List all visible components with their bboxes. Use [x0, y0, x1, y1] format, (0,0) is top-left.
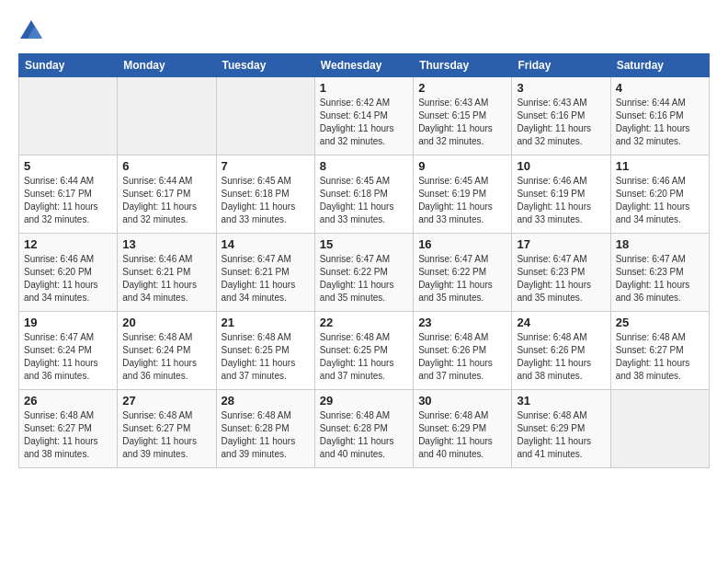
calendar-cell: 13Sunrise: 6:46 AM Sunset: 6:21 PM Dayli…: [118, 234, 216, 312]
day-number: 7: [222, 159, 310, 173]
calendar-cell: [216, 77, 314, 155]
day-info: Sunrise: 6:45 AM Sunset: 6:18 PM Dayligh…: [320, 175, 408, 226]
calendar-week-row: 19Sunrise: 6:47 AM Sunset: 6:24 PM Dayli…: [19, 312, 710, 390]
day-number: 19: [24, 316, 112, 329]
calendar-cell: 29Sunrise: 6:48 AM Sunset: 6:28 PM Dayli…: [314, 390, 413, 468]
day-number: 5: [24, 159, 112, 173]
weekday-header-friday: Friday: [512, 54, 610, 77]
calendar-table: SundayMondayTuesdayWednesdayThursdayFrid…: [18, 53, 710, 468]
calendar-cell: 11Sunrise: 6:46 AM Sunset: 6:20 PM Dayli…: [610, 155, 709, 234]
day-number: 26: [24, 394, 112, 408]
logo: [18, 18, 48, 44]
calendar-cell: 9Sunrise: 6:45 AM Sunset: 6:19 PM Daylig…: [414, 155, 512, 234]
calendar-week-row: 26Sunrise: 6:48 AM Sunset: 6:27 PM Dayli…: [19, 390, 710, 468]
calendar-cell: 22Sunrise: 6:48 AM Sunset: 6:25 PM Dayli…: [314, 312, 413, 390]
calendar-cell: 2Sunrise: 6:43 AM Sunset: 6:15 PM Daylig…: [414, 77, 512, 155]
calendar-cell: 27Sunrise: 6:48 AM Sunset: 6:27 PM Dayli…: [118, 390, 216, 468]
day-info: Sunrise: 6:47 AM Sunset: 6:23 PM Dayligh…: [517, 253, 605, 304]
day-number: 12: [24, 237, 112, 251]
calendar-cell: 6Sunrise: 6:44 AM Sunset: 6:17 PM Daylig…: [118, 155, 216, 234]
calendar-cell: [610, 390, 709, 468]
day-info: Sunrise: 6:43 AM Sunset: 6:16 PM Dayligh…: [517, 97, 605, 148]
day-number: 3: [517, 81, 605, 95]
day-number: 21: [222, 316, 310, 329]
day-number: 30: [418, 394, 506, 408]
day-info: Sunrise: 6:47 AM Sunset: 6:21 PM Dayligh…: [222, 253, 310, 304]
day-number: 13: [122, 237, 210, 251]
calendar-cell: 30Sunrise: 6:48 AM Sunset: 6:29 PM Dayli…: [414, 390, 512, 468]
weekday-header-tuesday: Tuesday: [216, 54, 314, 77]
day-info: Sunrise: 6:48 AM Sunset: 6:27 PM Dayligh…: [122, 409, 210, 461]
day-number: 25: [616, 316, 704, 329]
day-info: Sunrise: 6:45 AM Sunset: 6:18 PM Dayligh…: [222, 175, 310, 226]
weekday-header-thursday: Thursday: [414, 54, 512, 77]
calendar-cell: 7Sunrise: 6:45 AM Sunset: 6:18 PM Daylig…: [216, 155, 314, 234]
weekday-header-saturday: Saturday: [610, 54, 709, 77]
day-info: Sunrise: 6:47 AM Sunset: 6:22 PM Dayligh…: [320, 253, 408, 304]
calendar-cell: 3Sunrise: 6:43 AM Sunset: 6:16 PM Daylig…: [512, 77, 610, 155]
day-number: 8: [320, 159, 408, 173]
day-info: Sunrise: 6:48 AM Sunset: 6:25 PM Dayligh…: [222, 331, 310, 383]
calendar-week-row: 12Sunrise: 6:46 AM Sunset: 6:20 PM Dayli…: [19, 234, 710, 312]
calendar-cell: 24Sunrise: 6:48 AM Sunset: 6:26 PM Dayli…: [512, 312, 610, 390]
day-info: Sunrise: 6:48 AM Sunset: 6:27 PM Dayligh…: [24, 409, 112, 461]
calendar-cell: 10Sunrise: 6:46 AM Sunset: 6:19 PM Dayli…: [512, 155, 610, 234]
calendar-cell: 15Sunrise: 6:47 AM Sunset: 6:22 PM Dayli…: [314, 234, 413, 312]
calendar-cell: 1Sunrise: 6:42 AM Sunset: 6:14 PM Daylig…: [314, 77, 413, 155]
day-info: Sunrise: 6:46 AM Sunset: 6:21 PM Dayligh…: [122, 253, 210, 304]
day-info: Sunrise: 6:48 AM Sunset: 6:27 PM Dayligh…: [616, 331, 704, 383]
day-number: 14: [222, 237, 310, 251]
day-info: Sunrise: 6:47 AM Sunset: 6:22 PM Dayligh…: [418, 253, 506, 304]
day-number: 16: [418, 237, 506, 251]
day-info: Sunrise: 6:44 AM Sunset: 6:17 PM Dayligh…: [122, 175, 210, 226]
weekday-header-wednesday: Wednesday: [314, 54, 413, 77]
day-number: 17: [517, 237, 605, 251]
calendar-cell: 14Sunrise: 6:47 AM Sunset: 6:21 PM Dayli…: [216, 234, 314, 312]
day-info: Sunrise: 6:42 AM Sunset: 6:14 PM Dayligh…: [320, 97, 408, 148]
day-info: Sunrise: 6:48 AM Sunset: 6:28 PM Dayligh…: [320, 409, 408, 461]
day-info: Sunrise: 6:47 AM Sunset: 6:23 PM Dayligh…: [616, 253, 704, 304]
day-number: 9: [418, 159, 506, 173]
calendar-cell: 18Sunrise: 6:47 AM Sunset: 6:23 PM Dayli…: [610, 234, 709, 312]
day-info: Sunrise: 6:48 AM Sunset: 6:25 PM Dayligh…: [320, 331, 408, 383]
day-number: 15: [320, 237, 408, 251]
day-number: 18: [616, 237, 704, 251]
calendar-cell: 19Sunrise: 6:47 AM Sunset: 6:24 PM Dayli…: [19, 312, 118, 390]
day-info: Sunrise: 6:48 AM Sunset: 6:29 PM Dayligh…: [517, 409, 605, 461]
day-number: 6: [122, 159, 210, 173]
day-number: 22: [320, 316, 408, 329]
day-number: 23: [418, 316, 506, 329]
calendar-cell: 4Sunrise: 6:44 AM Sunset: 6:16 PM Daylig…: [610, 77, 709, 155]
calendar-cell: 16Sunrise: 6:47 AM Sunset: 6:22 PM Dayli…: [414, 234, 512, 312]
weekday-header-monday: Monday: [118, 54, 216, 77]
day-number: 2: [418, 81, 506, 95]
weekday-header-row: SundayMondayTuesdayWednesdayThursdayFrid…: [19, 54, 710, 77]
calendar-cell: 17Sunrise: 6:47 AM Sunset: 6:23 PM Dayli…: [512, 234, 610, 312]
calendar-cell: [19, 77, 118, 155]
calendar-cell: 21Sunrise: 6:48 AM Sunset: 6:25 PM Dayli…: [216, 312, 314, 390]
calendar-header: SundayMondayTuesdayWednesdayThursdayFrid…: [19, 54, 710, 77]
calendar-cell: 5Sunrise: 6:44 AM Sunset: 6:17 PM Daylig…: [19, 155, 118, 234]
day-number: 1: [320, 81, 408, 95]
day-info: Sunrise: 6:48 AM Sunset: 6:28 PM Dayligh…: [222, 409, 310, 461]
day-number: 20: [122, 316, 210, 329]
day-info: Sunrise: 6:45 AM Sunset: 6:19 PM Dayligh…: [418, 175, 506, 226]
day-info: Sunrise: 6:48 AM Sunset: 6:26 PM Dayligh…: [517, 331, 605, 383]
day-number: 29: [320, 394, 408, 408]
calendar-body: 1Sunrise: 6:42 AM Sunset: 6:14 PM Daylig…: [19, 77, 710, 468]
calendar-cell: 25Sunrise: 6:48 AM Sunset: 6:27 PM Dayli…: [610, 312, 709, 390]
calendar-cell: 20Sunrise: 6:48 AM Sunset: 6:24 PM Dayli…: [118, 312, 216, 390]
calendar-week-row: 1Sunrise: 6:42 AM Sunset: 6:14 PM Daylig…: [19, 77, 710, 155]
day-number: 11: [616, 159, 704, 173]
calendar-cell: 31Sunrise: 6:48 AM Sunset: 6:29 PM Dayli…: [512, 390, 610, 468]
calendar-cell: 28Sunrise: 6:48 AM Sunset: 6:28 PM Dayli…: [216, 390, 314, 468]
calendar-cell: 12Sunrise: 6:46 AM Sunset: 6:20 PM Dayli…: [19, 234, 118, 312]
calendar-cell: 26Sunrise: 6:48 AM Sunset: 6:27 PM Dayli…: [19, 390, 118, 468]
day-info: Sunrise: 6:46 AM Sunset: 6:20 PM Dayligh…: [616, 175, 704, 226]
day-info: Sunrise: 6:44 AM Sunset: 6:17 PM Dayligh…: [24, 175, 112, 226]
page-header: [18, 18, 710, 44]
day-info: Sunrise: 6:43 AM Sunset: 6:15 PM Dayligh…: [418, 97, 506, 148]
day-info: Sunrise: 6:46 AM Sunset: 6:20 PM Dayligh…: [24, 253, 112, 304]
day-number: 4: [616, 81, 704, 95]
day-number: 31: [517, 394, 605, 408]
